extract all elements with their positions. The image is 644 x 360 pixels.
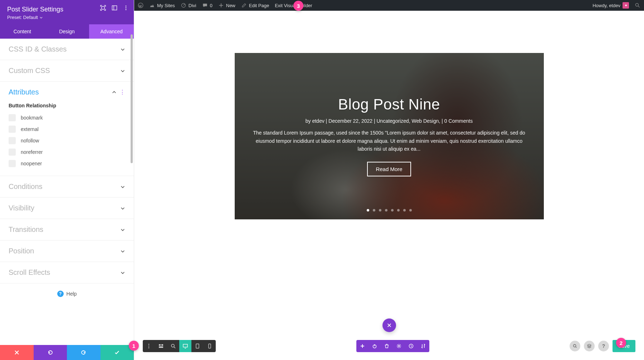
close-icon bbox=[14, 350, 20, 355]
menu-toggle-button[interactable] bbox=[143, 340, 155, 352]
slide-dot[interactable] bbox=[367, 209, 369, 211]
chevron-down-icon bbox=[120, 270, 125, 275]
layers-button[interactable] bbox=[584, 341, 595, 351]
site-name-link[interactable]: Divi bbox=[181, 3, 196, 8]
desktop-icon bbox=[182, 343, 188, 349]
history-button[interactable] bbox=[405, 340, 417, 352]
read-more-button[interactable]: Read More bbox=[367, 162, 411, 176]
section-head-scroll-effects[interactable]: Scroll Effects bbox=[0, 262, 134, 283]
trash-icon bbox=[384, 343, 390, 349]
option-noopener[interactable]: noopener bbox=[9, 158, 125, 169]
slide-dot[interactable] bbox=[379, 209, 381, 211]
section-head-position[interactable]: Position bbox=[0, 240, 134, 262]
plus-icon bbox=[218, 3, 224, 8]
chevron-up-icon bbox=[112, 90, 117, 95]
post-slider[interactable]: Blog Post Nine by etdev | December 22, 2… bbox=[235, 53, 544, 219]
kebab-icon bbox=[146, 343, 152, 349]
slide-meta: by etdev | December 22, 2022 | Uncategor… bbox=[306, 118, 473, 124]
page-actions bbox=[356, 340, 429, 352]
checkbox[interactable] bbox=[9, 149, 16, 156]
tablet-view-button[interactable] bbox=[191, 340, 204, 352]
option-noreferrer[interactable]: noreferrer bbox=[9, 146, 125, 158]
help-link[interactable]: ? Help bbox=[0, 283, 134, 307]
plus-icon bbox=[360, 343, 365, 349]
redo-icon bbox=[81, 350, 87, 355]
slide-dot[interactable] bbox=[403, 209, 406, 211]
option-external[interactable]: external bbox=[9, 123, 125, 135]
section-head-visibility[interactable]: Visibility bbox=[0, 198, 134, 219]
redo-button[interactable] bbox=[67, 345, 101, 360]
undo-button[interactable] bbox=[34, 345, 67, 360]
power-icon bbox=[372, 343, 377, 349]
edit-page-link[interactable]: Edit Page bbox=[241, 3, 269, 8]
search-icon[interactable] bbox=[635, 3, 640, 8]
cancel-button[interactable] bbox=[0, 345, 34, 360]
section-css-id: CSS ID & Classes bbox=[0, 39, 134, 60]
dock-icon[interactable] bbox=[112, 5, 117, 11]
zoom-button[interactable] bbox=[167, 340, 179, 352]
phone-view-button[interactable] bbox=[204, 340, 216, 352]
svg-point-15 bbox=[171, 344, 174, 347]
section-title: Position bbox=[9, 247, 34, 255]
panel-header: Post Slider Settings Preset: Default bbox=[0, 0, 134, 24]
tab-advanced[interactable]: Advanced bbox=[89, 24, 134, 39]
option-nofollow[interactable]: nofollow bbox=[9, 135, 125, 146]
slide-dot[interactable] bbox=[385, 209, 387, 211]
section-head-conditions[interactable]: Conditions bbox=[0, 176, 134, 197]
section-head-custom-css[interactable]: Custom CSS bbox=[0, 60, 134, 81]
help-button[interactable]: ? bbox=[598, 341, 609, 351]
new-link[interactable]: New bbox=[218, 3, 235, 8]
howdy-link[interactable]: Howdy, etdev ✦ bbox=[592, 2, 629, 9]
wp-logo[interactable] bbox=[138, 3, 143, 8]
slide-dot[interactable] bbox=[391, 209, 394, 211]
checkbox[interactable] bbox=[9, 126, 16, 133]
view-controls bbox=[143, 340, 216, 352]
section-head-attributes[interactable]: Attributes ⋮ bbox=[0, 82, 134, 103]
expand-icon[interactable] bbox=[100, 5, 106, 11]
section-head-css-id[interactable]: CSS ID & Classes bbox=[0, 39, 134, 60]
desktop-view-button[interactable] bbox=[179, 340, 191, 352]
section-head-transitions[interactable]: Transitions bbox=[0, 219, 134, 240]
kebab-icon[interactable]: ⋮ bbox=[119, 89, 125, 95]
checkbox[interactable] bbox=[9, 137, 16, 144]
close-builder-button[interactable] bbox=[382, 318, 396, 332]
settings-button[interactable] bbox=[393, 340, 405, 352]
svg-point-10 bbox=[148, 346, 150, 347]
check-icon bbox=[114, 350, 120, 355]
option-label: noopener bbox=[21, 161, 42, 166]
section-title: Visibility bbox=[9, 204, 34, 212]
comment-icon bbox=[202, 3, 208, 8]
annotation-2: 2 bbox=[616, 338, 626, 348]
checkbox[interactable] bbox=[9, 160, 16, 167]
scrollbar[interactable] bbox=[131, 34, 133, 163]
section-title: Scroll Effects bbox=[9, 268, 50, 277]
tab-content[interactable]: Content bbox=[0, 24, 45, 39]
svg-point-9 bbox=[148, 344, 150, 345]
find-button[interactable] bbox=[570, 341, 580, 351]
chevron-down-icon bbox=[120, 227, 125, 232]
slide-dot[interactable] bbox=[373, 209, 375, 211]
section-title: Conditions bbox=[9, 183, 43, 191]
delete-button[interactable] bbox=[381, 340, 393, 352]
kebab-icon[interactable] bbox=[123, 5, 129, 11]
edit-page-label: Edit Page bbox=[249, 3, 269, 8]
portability-button[interactable] bbox=[417, 340, 429, 352]
my-sites-label: My Sites bbox=[157, 3, 175, 8]
checkbox[interactable] bbox=[9, 114, 16, 121]
section-title: Transitions bbox=[9, 225, 43, 234]
add-button[interactable] bbox=[356, 340, 369, 352]
power-button[interactable] bbox=[369, 340, 381, 352]
comments-link[interactable]: 0 bbox=[202, 3, 213, 8]
option-bookmark[interactable]: bookmark bbox=[9, 112, 125, 123]
gauge-icon bbox=[181, 3, 186, 8]
preset-selector[interactable]: Preset: Default bbox=[7, 15, 127, 20]
panel-body: CSS ID & Classes Custom CSS Attributes ⋮ bbox=[0, 39, 134, 345]
tab-design[interactable]: Design bbox=[45, 24, 89, 39]
slide-dot[interactable] bbox=[397, 209, 400, 211]
slide-dots bbox=[235, 209, 544, 211]
slide-dot[interactable] bbox=[409, 209, 412, 211]
attributes-content: Button Relationship bookmark external no… bbox=[0, 103, 134, 176]
wireframe-button[interactable] bbox=[155, 340, 167, 352]
my-sites-link[interactable]: My Sites bbox=[149, 3, 175, 8]
chevron-down-icon bbox=[120, 184, 125, 189]
